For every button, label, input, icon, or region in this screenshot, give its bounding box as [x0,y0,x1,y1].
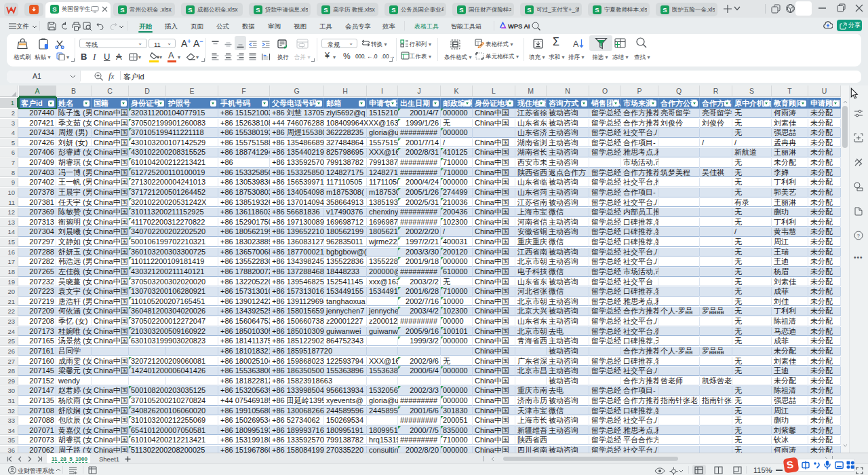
svg-text:A: A [573,39,579,49]
svg-text:?: ? [857,233,861,239]
svg-text:◂▸: ◂▸ [263,53,267,57]
